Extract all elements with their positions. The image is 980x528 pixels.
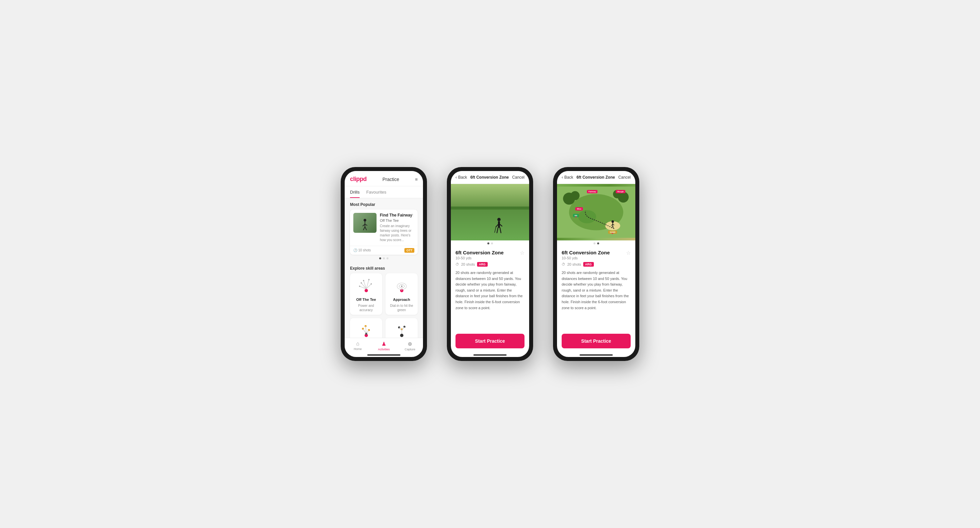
home-icon: ⌂ xyxy=(356,341,360,347)
drill-range-3: 10-50 yds xyxy=(562,256,610,260)
most-popular-label: Most Popular xyxy=(345,198,423,209)
chevron-left-icon-3: ‹ xyxy=(562,175,563,180)
drill-info: Find The Fairway Off The Tee Create an i… xyxy=(380,213,414,242)
cancel-button-3[interactable]: Cancel xyxy=(618,175,631,180)
detail-title-3: 6ft Conversion Zone xyxy=(577,175,615,180)
drill-image-map: Fairway Rough Miss Hit SAND xyxy=(557,184,635,241)
tab-favourites[interactable]: Favourites xyxy=(366,186,387,198)
svg-point-29 xyxy=(365,333,367,335)
svg-point-15 xyxy=(368,279,369,280)
svg-point-0 xyxy=(364,219,366,222)
tabs-row: Drills Favourites xyxy=(345,186,423,198)
phone-2: ‹ Back 6ft Conversion Zone Cancel xyxy=(447,167,533,361)
chevron-left-icon-2: ‹ xyxy=(455,175,457,180)
drill-tag: OTT xyxy=(404,248,414,253)
skill-sub-ott: Power and accuracy xyxy=(353,303,379,312)
atg-icon-area xyxy=(355,322,378,338)
carousel-card[interactable]: Find The Fairway Off The Tee Create an i… xyxy=(350,209,418,255)
drill-title: Find The Fairway xyxy=(380,213,414,218)
dot-2 xyxy=(383,257,385,259)
skill-card-ott[interactable]: Off The Tee Power and accuracy xyxy=(350,273,382,315)
svg-point-13 xyxy=(371,283,372,285)
explore-label: Explore skill areas xyxy=(345,262,423,273)
screen-content: Most Popular xyxy=(345,198,423,338)
phone-1: clippd Practice ≡ Drills Favourites Most… xyxy=(341,167,427,361)
drill-description: Create an imaginary fairway using trees … xyxy=(380,224,414,242)
detail-title-2: 6ft Conversion Zone xyxy=(471,175,509,180)
favourite-star-icon[interactable]: ☆ xyxy=(410,212,414,217)
svg-point-12 xyxy=(361,282,362,284)
shots-label: 🕐 10 shots xyxy=(353,249,371,252)
drill-detail-title-3: 6ft Conversion Zone xyxy=(562,250,610,255)
dot-active-3 xyxy=(597,242,599,244)
drill-description-3: 20 shots are randomly generated at dista… xyxy=(562,270,631,311)
svg-point-6 xyxy=(364,289,368,292)
tab-drills[interactable]: Drills xyxy=(350,186,360,198)
capture-icon: ⊕ xyxy=(408,341,412,347)
clock-icon: 🕐 xyxy=(353,249,357,252)
skill-card-putting[interactable]: Putting Make and lag practice xyxy=(385,318,418,338)
dot-active-2 xyxy=(487,242,489,244)
favourite-star-3[interactable]: ☆ xyxy=(626,250,631,256)
shots-text-3: 20 shots xyxy=(567,262,581,266)
detail-header-3: ‹ Back 6ft Conversion Zone Cancel xyxy=(557,171,635,184)
nav-activities[interactable]: ♟ Activities xyxy=(371,340,397,352)
drill-detail-title-2: 6ft Conversion Zone xyxy=(455,250,504,255)
cancel-button-2[interactable]: Cancel xyxy=(512,175,525,180)
nav-home[interactable]: ⌂ Home xyxy=(345,340,371,352)
start-practice-button-3[interactable]: Start Practice xyxy=(562,334,631,348)
dot-2-2 xyxy=(491,242,493,244)
back-button-3[interactable]: ‹ Back xyxy=(562,175,573,180)
nav-capture[interactable]: ⊕ Capture xyxy=(397,340,423,352)
svg-point-16 xyxy=(359,286,360,287)
dot-1 xyxy=(379,257,381,259)
card-footer: 🕐 10 shots OTT xyxy=(350,246,418,255)
dot-3 xyxy=(387,257,388,259)
favourite-star-2[interactable]: ☆ xyxy=(520,250,525,256)
putting-icon-area xyxy=(390,322,414,338)
drill-description-2: 20 shots are randomly generated at dista… xyxy=(455,270,525,311)
svg-point-49 xyxy=(571,191,579,200)
back-button-2[interactable]: ‹ Back xyxy=(455,175,467,180)
scroll-dots-2 xyxy=(451,241,529,246)
skill-card-atg[interactable]: Around The Green Hone your short game xyxy=(350,318,382,338)
map-tag-hit: Hit xyxy=(573,214,579,217)
map-tag-fairway: Fairway xyxy=(587,190,598,193)
svg-line-43 xyxy=(495,227,496,233)
dot-1-3 xyxy=(593,242,595,244)
map-tag-sand: SAND xyxy=(608,230,617,234)
drill-tag-3: ARG xyxy=(583,262,594,266)
carousel-dots xyxy=(345,255,423,262)
drill-shots-row-3: ⏱ 20 shots ARG xyxy=(562,262,631,266)
map-tag-rough: Rough xyxy=(616,190,625,193)
detail-body-2: 6ft Conversion Zone 10-50 yds ☆ ⏱ 20 sho… xyxy=(451,246,529,330)
svg-point-20 xyxy=(401,286,402,287)
skill-grid: Off The Tee Power and accuracy xyxy=(345,273,423,338)
skill-name-approach: Approach xyxy=(393,298,410,301)
home-indicator xyxy=(367,354,401,356)
screen1-header: clippd Practice ≡ xyxy=(345,171,423,186)
start-practice-button-2[interactable]: Start Practice xyxy=(455,334,525,348)
svg-line-4 xyxy=(363,227,365,230)
clock-icon-2: ⏱ xyxy=(455,262,459,266)
svg-point-14 xyxy=(363,280,364,281)
ott-icon-area xyxy=(355,277,378,295)
skill-sub-approach: Dial-in to hit the green xyxy=(389,303,414,312)
svg-line-5 xyxy=(365,227,367,230)
svg-point-37 xyxy=(497,218,501,221)
phone-3: ‹ Back 6ft Conversion Zone Cancel xyxy=(553,167,639,361)
home-indicator-3 xyxy=(579,354,613,356)
svg-line-2 xyxy=(363,224,365,226)
screen-title: Practice xyxy=(382,177,399,182)
home-indicator-2 xyxy=(473,354,507,356)
svg-line-3 xyxy=(365,224,367,225)
scroll-dots-3 xyxy=(557,241,635,246)
skill-card-approach[interactable]: Approach Dial-in to hit the green xyxy=(385,273,418,315)
bottom-nav: ⌂ Home ♟ Activities ⊕ Capture xyxy=(345,338,423,353)
drill-shots-row-2: ⏱ 20 shots ARG xyxy=(455,262,525,266)
svg-point-46 xyxy=(578,210,596,223)
svg-line-42 xyxy=(500,228,501,233)
svg-point-30 xyxy=(400,334,403,337)
skill-name-ott: Off The Tee xyxy=(356,298,376,301)
hamburger-icon[interactable]: ≡ xyxy=(415,177,418,182)
